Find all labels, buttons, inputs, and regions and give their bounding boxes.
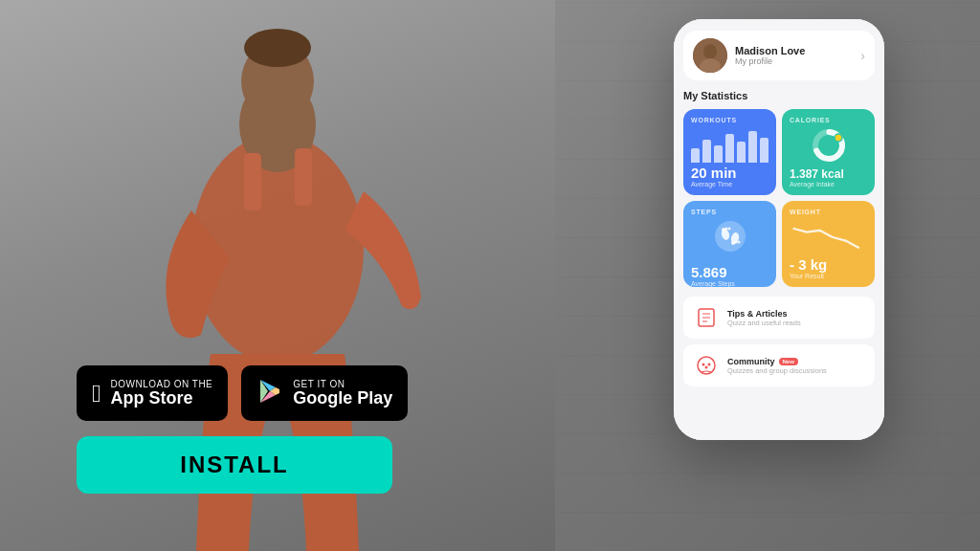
stats-title: My Statistics — [683, 90, 875, 101]
weight-value-group: - 3 kg Your Result — [790, 256, 867, 279]
weight-label: WEIGHT — [790, 209, 867, 215]
workouts-value-group: 20 min Average Time — [691, 165, 768, 187]
community-list-item[interactable]: Community New Quizzes and group discussi… — [683, 344, 875, 386]
steps-value: 5.869 — [691, 264, 768, 280]
weight-line-chart — [790, 220, 867, 254]
profile-row[interactable]: Madison Love My profile › — [683, 31, 875, 80]
tips-sub: Quizz and useful reads — [727, 319, 801, 327]
app-store-text: Download on the App Store — [111, 379, 213, 408]
profile-sub: My profile — [735, 56, 805, 66]
community-new-badge: New — [779, 358, 798, 365]
avatar — [693, 38, 727, 73]
bar-1 — [691, 148, 700, 163]
app-store-main-label: App Store — [111, 389, 213, 408]
steps-desc: Average Steps — [691, 280, 768, 287]
bar-7 — [760, 138, 768, 163]
weight-desc: Your Result — [790, 273, 867, 279]
svg-point-21 — [734, 241, 737, 244]
svg-point-14 — [715, 221, 746, 252]
store-buttons-group:  Download on the App Store GET IT ON Go… — [77, 365, 408, 421]
stat-card-calories: CALORIES 1.387 kcal Average Intake — [782, 109, 875, 195]
google-play-button[interactable]: GET IT ON Google Play — [241, 365, 408, 421]
svg-point-20 — [731, 241, 735, 245]
svg-point-8 — [703, 44, 717, 59]
svg-point-29 — [708, 364, 711, 366]
profile-chevron-icon: › — [860, 48, 865, 63]
profile-left: Madison Love My profile — [693, 38, 805, 73]
svg-rect-5 — [295, 148, 312, 206]
workouts-label: WORKOUTS — [691, 117, 768, 123]
community-icon — [693, 352, 720, 379]
community-sub: Quizzes and group discussions — [727, 366, 827, 375]
profile-name: Madison Love — [735, 45, 805, 56]
stat-card-workouts: WORKOUTS 20 min Average Time — [683, 109, 776, 195]
calories-donut — [790, 126, 867, 165]
google-play-main-label: Google Play — [293, 389, 392, 408]
tips-icon — [693, 304, 720, 331]
left-content-area:  Download on the App Store GET IT ON Go… — [77, 365, 408, 494]
svg-point-3 — [244, 29, 311, 67]
svg-point-19 — [727, 228, 730, 231]
bar-2 — [702, 140, 711, 163]
bar-5 — [737, 142, 746, 163]
workouts-bar-chart — [691, 127, 768, 163]
calories-value: 1.387 kcal — [790, 167, 867, 181]
google-play-icon — [256, 378, 283, 408]
steps-icon — [691, 219, 768, 260]
tips-list-item[interactable]: Tips & Articles Quizz and useful reads — [683, 297, 875, 339]
tips-text: Tips & Articles Quizz and useful reads — [727, 309, 801, 327]
stat-card-steps: STEPS 5.869 — [683, 201, 776, 287]
svg-point-12 — [823, 140, 835, 151]
weight-value: - 3 kg — [790, 256, 867, 273]
svg-point-22 — [737, 241, 740, 244]
google-play-text: GET IT ON Google Play — [293, 379, 392, 408]
community-title: Community — [727, 357, 775, 366]
bar-6 — [748, 131, 757, 163]
svg-point-17 — [722, 228, 725, 231]
svg-point-18 — [724, 228, 727, 231]
svg-point-13 — [835, 134, 842, 142]
app-store-sub-label: Download on the — [111, 379, 213, 389]
profile-info: Madison Love My profile — [735, 45, 805, 66]
svg-point-28 — [702, 364, 705, 366]
community-title-row: Community New — [727, 357, 827, 366]
steps-label: STEPS — [691, 209, 768, 215]
phone-mockup: Madison Love My profile › My Statistics … — [674, 19, 884, 440]
workouts-value: 20 min — [691, 165, 768, 181]
tips-title-row: Tips & Articles — [727, 309, 801, 319]
install-button[interactable]: INSTALL — [77, 436, 392, 494]
calories-label: CALORIES — [790, 117, 867, 123]
svg-rect-4 — [244, 153, 261, 210]
stats-grid: WORKOUTS 20 min Average Time CALORIES — [683, 109, 875, 287]
google-play-sub-label: GET IT ON — [293, 379, 392, 389]
phone-screen: Madison Love My profile › My Statistics … — [674, 19, 884, 440]
svg-point-30 — [705, 366, 708, 369]
workouts-desc: Average Time — [691, 181, 768, 187]
bar-4 — [725, 134, 734, 163]
bar-3 — [714, 145, 723, 164]
stat-card-weight: WEIGHT - 3 kg Your Result — [782, 201, 875, 287]
tips-title: Tips & Articles — [727, 309, 788, 319]
calories-desc: Average Intake — [790, 181, 867, 187]
community-text: Community New Quizzes and group discussi… — [727, 357, 827, 375]
calories-value-group: 1.387 kcal Average Intake — [790, 167, 867, 187]
apple-icon:  — [92, 381, 101, 406]
app-store-button[interactable]:  Download on the App Store — [77, 365, 228, 421]
steps-value-group: 5.869 Average Steps — [691, 264, 768, 287]
